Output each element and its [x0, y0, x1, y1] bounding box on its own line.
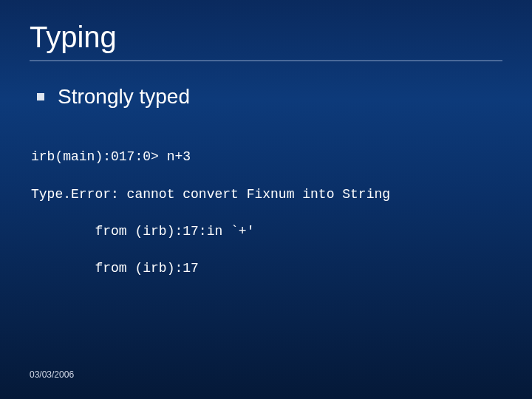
- footer-date: 03/03/2006: [30, 369, 74, 380]
- code-block: irb(main):017:0> n+3 Type.Error: cannot …: [31, 129, 502, 297]
- code-line: irb(main):017:0> n+3: [31, 148, 502, 166]
- code-line: from (irb):17: [31, 259, 502, 278]
- code-line: Type.Error: cannot convert Fixnum into S…: [31, 185, 502, 204]
- code-line: from (irb):17:in `+': [31, 222, 502, 241]
- square-bullet-icon: [37, 93, 44, 100]
- bullet-text: Strongly typed: [58, 85, 190, 109]
- slide-title: Typing: [30, 21, 502, 61]
- bullet-item: Strongly typed: [37, 85, 502, 109]
